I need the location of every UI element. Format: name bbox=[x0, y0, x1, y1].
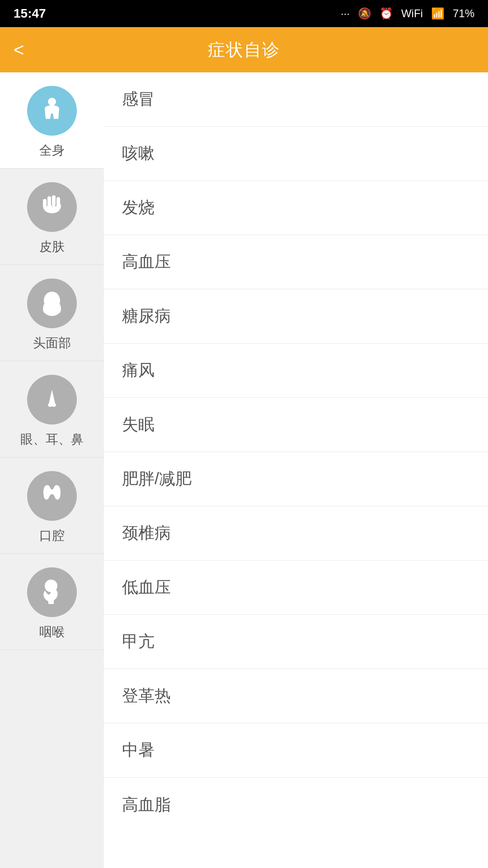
sidebar-item-toumianbu[interactable]: 头面部 bbox=[0, 265, 104, 361]
svg-point-7 bbox=[52, 403, 56, 407]
yanhou-icon-circle bbox=[27, 567, 77, 617]
sidebar-item-yanernbi[interactable]: 眼、耳、鼻 bbox=[0, 361, 104, 458]
condition-name: 糖尿病 bbox=[122, 305, 171, 327]
status-icons: ··· 🔕 ⏰ WiFi 📶 71% bbox=[341, 7, 474, 20]
svg-rect-1 bbox=[47, 196, 51, 206]
sidebar: 全身 皮肤 bbox=[0, 72, 104, 868]
sidebar-label-yanhou: 咽喉 bbox=[39, 623, 65, 641]
sidebar-item-kouqiang[interactable]: 口腔 bbox=[0, 458, 104, 554]
main-content: 全身 皮肤 bbox=[0, 72, 488, 868]
page-header: < 症状自诊 bbox=[0, 27, 488, 72]
list-item[interactable]: 发烧 bbox=[104, 181, 488, 235]
list-item[interactable]: 登革热 bbox=[104, 669, 488, 723]
sidebar-item-quanshen[interactable]: 全身 bbox=[0, 72, 104, 169]
list-item[interactable]: 高血脂 bbox=[104, 778, 488, 832]
condition-name: 肥胖/减肥 bbox=[122, 468, 192, 490]
yanernbi-icon bbox=[38, 385, 66, 414]
kouqiang-icon bbox=[38, 481, 66, 510]
condition-name: 低血压 bbox=[122, 576, 171, 599]
sidebar-item-pifu[interactable]: 皮肤 bbox=[0, 169, 104, 265]
condition-name: 甲亢 bbox=[122, 631, 155, 653]
svg-point-0 bbox=[48, 98, 56, 106]
quanshen-icon-circle bbox=[27, 86, 77, 136]
sidebar-label-yanernbi: 眼、耳、鼻 bbox=[20, 431, 84, 448]
list-item[interactable]: 咳嗽 bbox=[104, 127, 488, 181]
sidebar-label-pifu: 皮肤 bbox=[39, 238, 65, 255]
list-item[interactable]: 颈椎病 bbox=[104, 506, 488, 561]
toumianbu-icon-circle bbox=[27, 278, 77, 328]
kouqiang-icon-circle bbox=[27, 471, 77, 521]
list-item[interactable]: 肥胖/减肥 bbox=[104, 452, 488, 506]
battery-icon: 71% bbox=[453, 7, 474, 20]
mute-icon: 🔕 bbox=[358, 7, 371, 20]
condition-name: 登革热 bbox=[122, 685, 171, 707]
list-item[interactable]: 糖尿病 bbox=[104, 289, 488, 344]
list-item[interactable]: 失眠 bbox=[104, 398, 488, 452]
wifi-icon: WiFi bbox=[401, 7, 423, 20]
signal-bars-icon: 📶 bbox=[431, 7, 445, 20]
condition-name: 高血脂 bbox=[122, 794, 171, 816]
pifu-icon bbox=[38, 193, 66, 222]
list-item[interactable]: 中暑 bbox=[104, 723, 488, 778]
condition-name: 感冒 bbox=[122, 88, 155, 110]
condition-name: 高血压 bbox=[122, 251, 171, 273]
toumianbu-icon bbox=[38, 289, 66, 318]
condition-name: 咳嗽 bbox=[122, 142, 155, 165]
quanshen-icon bbox=[38, 96, 66, 125]
condition-name: 痛风 bbox=[122, 359, 155, 382]
status-time: 15:47 bbox=[14, 6, 46, 21]
signal-icon: ··· bbox=[341, 7, 350, 20]
sidebar-label-quanshen: 全身 bbox=[39, 142, 65, 159]
back-button[interactable]: < bbox=[14, 40, 24, 60]
sidebar-label-kouqiang: 口腔 bbox=[39, 527, 65, 544]
list-item[interactable]: 低血压 bbox=[104, 561, 488, 615]
condition-name: 中暑 bbox=[122, 739, 155, 761]
sidebar-item-yanhou[interactable]: 咽喉 bbox=[0, 554, 104, 650]
pifu-icon-circle bbox=[27, 182, 77, 232]
page-title: 症状自诊 bbox=[208, 38, 280, 61]
alarm-icon: ⏰ bbox=[380, 7, 393, 20]
condition-name: 颈椎病 bbox=[122, 522, 171, 544]
sidebar-label-toumianbu: 头面部 bbox=[33, 335, 71, 352]
svg-rect-2 bbox=[52, 195, 56, 206]
yanhou-icon bbox=[38, 578, 66, 607]
condition-name: 失眠 bbox=[122, 414, 155, 436]
status-bar: 15:47 ··· 🔕 ⏰ WiFi 📶 71% bbox=[0, 0, 488, 27]
list-item[interactable]: 痛风 bbox=[104, 344, 488, 398]
condition-name: 发烧 bbox=[122, 197, 155, 219]
conditions-list: 感冒咳嗽发烧高血压糖尿病痛风失眠肥胖/减肥颈椎病低血压甲亢登革热中暑高血脂 bbox=[104, 72, 488, 868]
list-item[interactable]: 甲亢 bbox=[104, 615, 488, 669]
list-item[interactable]: 高血压 bbox=[104, 235, 488, 289]
yanernbi-icon-circle bbox=[27, 375, 77, 425]
svg-rect-4 bbox=[43, 199, 47, 207]
list-item[interactable]: 感冒 bbox=[104, 72, 488, 127]
